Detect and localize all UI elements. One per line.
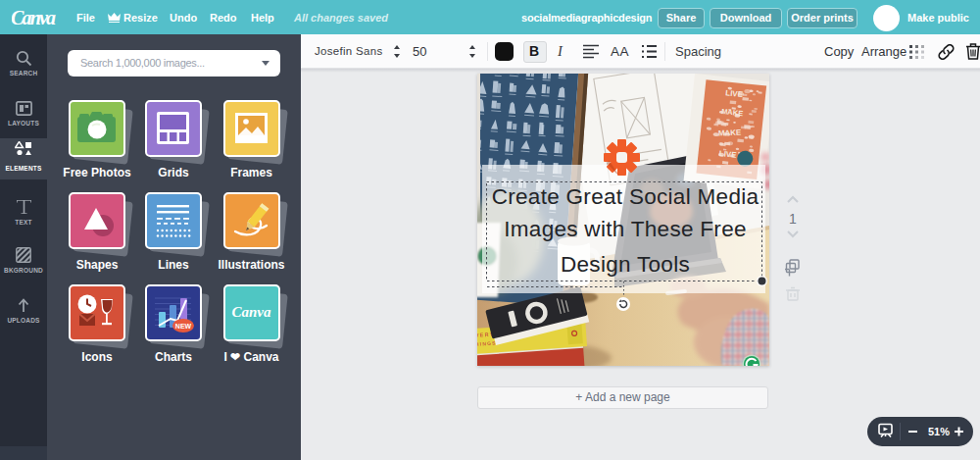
svg-text:NEW: NEW (175, 323, 192, 330)
svg-text:Canva: Canva (231, 304, 271, 320)
svg-text:MAKE: MAKE (718, 128, 743, 138)
svg-text:Canva: Canva (12, 7, 56, 28)
svg-text:51%: 51% (928, 426, 950, 437)
svg-text:LIVE: LIVE (718, 149, 737, 160)
svg-text:LIVE: LIVE (725, 88, 744, 99)
svg-text:1: 1 (789, 211, 797, 227)
